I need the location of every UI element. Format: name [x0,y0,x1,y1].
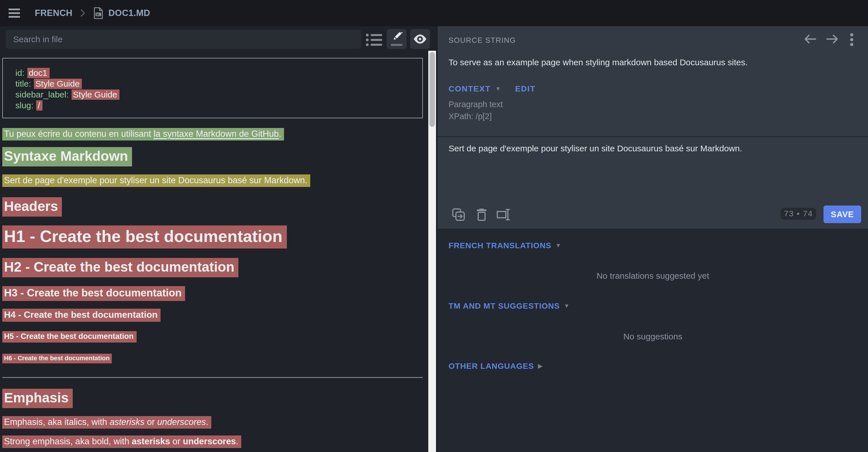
heading-emphasis[interactable]: Emphasis [2,389,73,408]
em-text: or [145,417,157,427]
emphasis-italics-string[interactable]: Emphasis, aka italics, with asterisks or… [2,416,211,429]
next-string-arrow-icon[interactable] [826,33,839,45]
italic-word: underscores [157,417,206,427]
character-counter: 73 • 74 [781,208,816,220]
emphasis-bold-string[interactable]: Strong emphasis, aka bold, with asterisk… [2,435,241,448]
frontmatter-value-string[interactable]: doc1 [27,68,50,78]
edit-pencil-icon [391,32,403,43]
intro-period: . [279,129,281,139]
preview-eye-button[interactable] [410,29,430,49]
edit-mode-button[interactable] [387,29,407,49]
frontmatter-line: id:doc1 [16,68,422,78]
heading-h4[interactable]: H4 - Create the best documentation [2,309,160,322]
hamburger-menu-icon[interactable] [8,6,20,20]
italic-word: asterisks [110,417,144,427]
heading-block: H4 - Create the best documentation [2,309,160,322]
frontmatter-box: id:doc1 title:Style Guide sidebar_label:… [2,58,423,118]
scrollbar-track [428,51,436,452]
horizontal-rule [2,377,423,378]
heading-h3[interactable]: H3 - Create the best documentation [2,286,185,301]
frontmatter-key: title: [16,79,31,88]
copy-source-icon[interactable] [452,208,465,221]
delete-trash-icon[interactable] [476,208,487,221]
svg-text:M↓: M↓ [97,13,100,16]
heading-block: H2 - Create the best documentation [2,258,238,277]
edit-context-link[interactable]: EDIT [515,84,536,93]
no-suggestions-message: No suggestions [438,332,868,342]
frontmatter-key: sidebar_label: [16,90,69,99]
frontmatter-line: slug:/ [16,100,422,111]
french-translations-section-header[interactable]: FRENCH TRANSLATIONS▼ [448,241,561,250]
caret-down-icon: ▼ [495,86,502,92]
top-bar: FRENCH M↓ DOC1.MD [0,0,868,26]
em-period: . [206,417,209,427]
github-markdown-link[interactable]: la syntaxe Markdown de GitHub [153,129,279,139]
context-xpath-text: XPath: /p[2] [448,112,492,121]
em-text: or [170,436,183,446]
breadcrumb-project[interactable]: FRENCH [35,8,72,18]
document-editor-panel: id:doc1 title:Style Guide sidebar_label:… [0,26,438,452]
paragraph-block: Strong emphasis, aka bold, with asterisk… [2,435,241,448]
paragraph-block: Emphasis, aka italics, with asterisks or… [2,416,211,429]
heading-block: Emphasis [2,389,73,408]
frontmatter-value-string[interactable]: Style Guide [34,79,82,89]
heading-block: H1 - Create the best documentation [2,225,287,249]
frontmatter-value-string[interactable]: / [36,100,42,110]
frontmatter-key: slug: [16,101,33,110]
heading-headers[interactable]: Headers [2,197,62,217]
source-string-card: SOURCE STRING To serve as an example pag… [438,26,868,229]
paragraph-block: Sert de page d'exemple pour styliser un … [2,174,310,187]
previous-string-arrow-icon[interactable] [804,33,817,45]
bullet-list-icon[interactable] [366,33,382,47]
context-toggle[interactable]: CONTEXT [448,84,491,93]
heading-h1[interactable]: H1 - Create the best documentation [2,225,287,249]
caret-right-icon: ▶ [538,363,542,369]
source-string-text: To serve as an example page when styling… [448,58,748,67]
context-row: CONTEXT▼EDIT [448,84,535,94]
edit-active-underline [391,44,402,46]
heading-block: Syntaxe Markdown [2,147,132,166]
heading-h2[interactable]: H2 - Create the best documentation [2,258,238,277]
source-string-intro[interactable]: Tu peux écrire du contenu en utilisant l… [2,128,284,140]
em-period: . [236,436,238,446]
em-text: Strong emphasis, aka bold, with [4,436,132,446]
em-text: Emphasis, aka italics, with [4,417,110,427]
section-label: TM AND MT SUGGESTIONS [448,301,560,310]
other-languages-section-header[interactable]: OTHER LANGUAGES▶ [448,362,542,371]
heading-block: H5 - Create the best documentation [2,331,136,343]
section-label: FRENCH TRANSLATIONS [448,241,552,250]
frontmatter-key: id: [16,68,25,77]
frontmatter-line: sidebar_label:Style Guide [16,89,422,100]
intro-text: Tu peux écrire du contenu en utilisant [4,129,153,139]
markdown-file-icon: M↓ [94,7,103,19]
caret-down-icon: ▼ [564,303,570,309]
paragraph-block: Tu peux écrire du contenu en utilisant l… [2,128,284,140]
eye-icon [413,34,427,44]
kebab-menu-icon[interactable] [850,33,854,46]
select-text-icon[interactable] [496,208,511,221]
no-translations-message: No translations suggested yet [438,271,868,281]
scrollbar-thumb[interactable] [429,52,435,127]
heading-block: H6 - Create the best documentation [2,354,112,363]
section-label: OTHER LANGUAGES [448,362,534,370]
search-input[interactable] [6,30,361,49]
selected-source-string[interactable]: Sert de page d'exemple pour styliser un … [2,174,310,187]
heading-block: Headers [2,197,62,217]
translation-panel: SOURCE STRING To serve as an example pag… [438,26,868,452]
chevron-right-icon [80,8,86,18]
heading-block: H3 - Create the best documentation [2,286,185,301]
frontmatter-line: title:Style Guide [16,78,422,89]
tm-mt-suggestions-section-header[interactable]: TM AND MT SUGGESTIONS▼ [448,301,570,311]
heading-h5[interactable]: H5 - Create the best documentation [2,331,136,343]
frontmatter-value-string[interactable]: Style Guide [71,90,120,100]
context-type-text: Paragraph text [448,100,503,109]
save-button[interactable]: SAVE [824,205,861,223]
translation-input[interactable]: Sert de page d'exemple pour styliser un … [438,137,868,203]
bold-word: underscores [183,436,236,446]
breadcrumb-file[interactable]: DOC1.MD [108,8,150,18]
heading-syntaxe-markdown[interactable]: Syntaxe Markdown [2,147,132,166]
heading-h6[interactable]: H6 - Create the best documentation [2,354,112,363]
caret-down-icon: ▼ [556,242,561,249]
bold-word: asterisks [132,436,170,446]
source-string-label: SOURCE STRING [448,36,516,45]
